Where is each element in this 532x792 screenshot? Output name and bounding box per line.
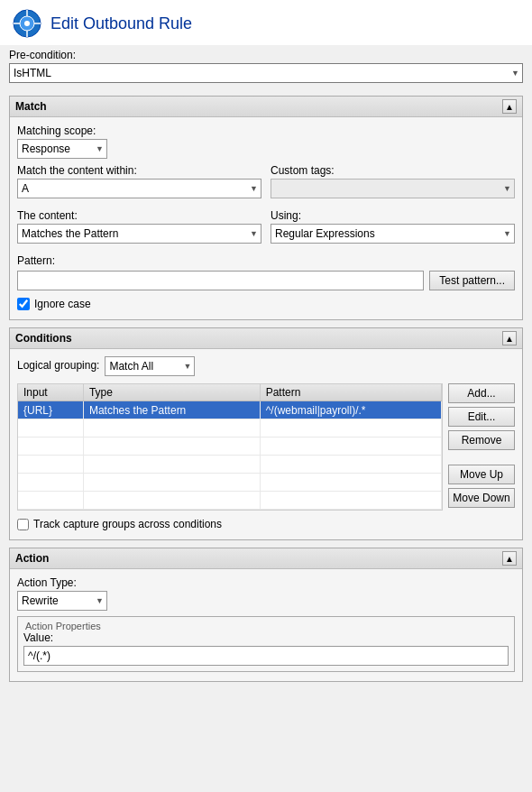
track-checkbox-row: Track capture groups across conditions xyxy=(17,518,515,530)
pattern-row: Test pattern... xyxy=(17,271,515,290)
track-checkbox[interactable] xyxy=(17,519,29,530)
remove-condition-button[interactable]: Remove xyxy=(448,430,515,450)
conditions-panel-collapse[interactable]: ▲ xyxy=(502,331,517,345)
match-panel: Match ▲ Matching scope: Response Request… xyxy=(9,96,523,320)
matching-scope-label: Matching scope: xyxy=(17,124,515,137)
action-panel-title: Action xyxy=(15,552,49,565)
col-pattern: Pattern xyxy=(260,384,441,401)
action-panel: Action ▲ Action Type: Rewrite None Redir… xyxy=(9,548,523,682)
using-select-wrap: Regular Expressions Wildcards Exact Matc… xyxy=(271,224,515,244)
conditions-buttons: Add... Edit... Remove Move Up Move Down xyxy=(448,383,515,508)
cell-input: {URL} xyxy=(18,401,83,419)
match-panel-title: Match xyxy=(15,100,47,113)
action-type-select[interactable]: Rewrite None Redirect xyxy=(17,591,107,611)
match-content-col: Match the content within: A DIV SPAN xyxy=(17,164,261,198)
edit-condition-button[interactable]: Edit... xyxy=(448,407,515,427)
conditions-panel-header: Conditions ▲ xyxy=(10,328,522,349)
action-panel-header: Action ▲ xyxy=(10,548,522,569)
logical-grouping-label: Logical grouping: xyxy=(17,359,99,372)
ignore-case-row: Ignore case xyxy=(17,298,515,310)
content-custom-row: Match the content within: A DIV SPAN Cus… xyxy=(17,164,515,198)
match-content-select-wrap: A DIV SPAN xyxy=(17,179,261,198)
the-content-select[interactable]: Matches the Pattern Does Not Match the P… xyxy=(17,224,261,244)
using-col: Using: Regular Expressions Wildcards Exa… xyxy=(271,209,515,244)
table-header-row: Input Type Pattern xyxy=(18,384,442,401)
custom-tags-select[interactable] xyxy=(271,179,515,198)
table-row[interactable] xyxy=(18,492,442,510)
pre-condition-select-wrapper: IsHTML (none) xyxy=(9,63,523,83)
page-header: Edit Outbound Rule xyxy=(0,0,532,45)
pattern-label: Pattern: xyxy=(17,254,515,267)
the-content-col: The content: Matches the Pattern Does No… xyxy=(17,209,261,244)
col-input: Input xyxy=(18,384,83,401)
table-row[interactable]: {URL} Matches the Pattern ^/(webmail|pay… xyxy=(18,401,442,419)
using-select[interactable]: Regular Expressions Wildcards Exact Matc… xyxy=(271,224,515,244)
match-panel-body: Matching scope: Response Request Match t… xyxy=(10,117,522,319)
conditions-table: Input Type Pattern {URL} Matches the Pat… xyxy=(18,384,442,510)
conditions-table-container: Input Type Pattern {URL} Matches the Pat… xyxy=(17,383,443,511)
conditions-panel: Conditions ▲ Logical grouping: Match All… xyxy=(9,327,523,540)
the-content-label: The content: xyxy=(17,209,261,222)
action-type-label: Action Type: xyxy=(17,576,515,589)
cell-type: Matches the Pattern xyxy=(83,401,260,419)
test-pattern-button[interactable]: Test pattern... xyxy=(429,271,515,290)
matching-scope-select[interactable]: Response Request xyxy=(17,139,107,159)
logical-grouping-select-wrap: Match All Match Any xyxy=(105,356,195,376)
matching-scope-select-wrap: Response Request xyxy=(17,139,107,159)
table-row[interactable] xyxy=(18,474,442,492)
action-properties-legend: Action Properties xyxy=(23,621,509,631)
add-condition-button[interactable]: Add... xyxy=(448,383,515,403)
table-row[interactable] xyxy=(18,419,442,437)
logical-grouping-row: Logical grouping: Match All Match Any xyxy=(17,356,515,376)
pre-condition-label: Pre-condition: xyxy=(9,49,523,61)
track-label: Track capture groups across conditions xyxy=(33,518,222,530)
pre-condition-select[interactable]: IsHTML (none) xyxy=(9,63,523,83)
match-content-label: Match the content within: xyxy=(17,164,261,177)
svg-point-2 xyxy=(24,21,30,26)
cell-pattern: ^/(webmail|payroll)/.* xyxy=(260,401,441,419)
conditions-panel-body: Logical grouping: Match All Match Any In… xyxy=(10,349,522,539)
conditions-grid-wrap: Input Type Pattern {URL} Matches the Pat… xyxy=(17,383,515,511)
action-properties-group: Action Properties Value: xyxy=(17,616,515,672)
match-panel-collapse[interactable]: ▲ xyxy=(502,99,517,114)
value-label: Value: xyxy=(23,631,509,644)
match-panel-header: Match ▲ xyxy=(10,97,522,117)
custom-tags-col: Custom tags: xyxy=(271,164,515,198)
the-content-select-wrap: Matches the Pattern Does Not Match the P… xyxy=(17,224,261,244)
ignore-case-label: Ignore case xyxy=(34,298,91,310)
content-using-row: The content: Matches the Pattern Does No… xyxy=(17,209,515,244)
custom-tags-label: Custom tags: xyxy=(271,164,515,177)
action-panel-collapse[interactable]: ▲ xyxy=(502,551,517,566)
action-type-select-wrap: Rewrite None Redirect xyxy=(17,591,107,611)
match-content-select[interactable]: A DIV SPAN xyxy=(17,179,261,198)
table-row[interactable] xyxy=(18,437,442,456)
col-type: Type xyxy=(83,384,260,401)
page-title: Edit Outbound Rule xyxy=(50,14,192,33)
pre-condition-section: Pre-condition: IsHTML (none) xyxy=(9,49,523,83)
value-input[interactable] xyxy=(23,646,509,666)
pattern-input[interactable] xyxy=(17,271,424,290)
conditions-panel-title: Conditions xyxy=(15,332,72,345)
ignore-case-checkbox[interactable] xyxy=(17,298,30,310)
using-label: Using: xyxy=(271,209,515,222)
app-icon xyxy=(13,9,41,38)
logical-grouping-select[interactable]: Match All Match Any xyxy=(105,356,195,376)
custom-tags-select-wrap xyxy=(271,179,515,198)
table-row[interactable] xyxy=(18,456,442,474)
move-up-button[interactable]: Move Up xyxy=(448,465,515,484)
action-panel-body: Action Type: Rewrite None Redirect Actio… xyxy=(10,569,522,681)
move-down-button[interactable]: Move Down xyxy=(448,488,515,508)
